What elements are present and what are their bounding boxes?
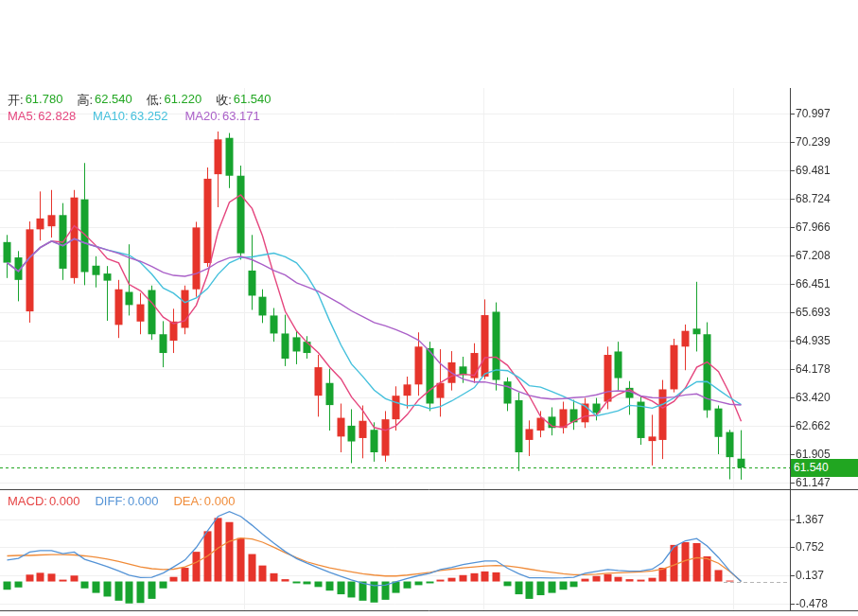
high-readout: 高: 62.540 (77, 92, 131, 109)
macd-label: MACD: (8, 494, 47, 508)
main-y-tick: 64.935 (796, 334, 831, 347)
main-y-tick: 61.147 (796, 476, 831, 489)
dea-value-readout: DEA: 0.000 (173, 494, 235, 508)
macd-y-tick: 1.367 (796, 513, 824, 526)
main-y-tick: 66.451 (796, 277, 831, 290)
close-label: 收: (216, 92, 232, 109)
ma-readout: MA5: 62.828 MA10: 63.252 MA20: 63.171 (8, 109, 260, 123)
high-label: 高: (77, 92, 93, 109)
macd-y-tick: -0.478 (796, 597, 828, 610)
macd-value-readout: MACD: 0.000 (8, 494, 79, 508)
main-y-tick: 69.481 (796, 164, 831, 177)
open-value: 61.780 (26, 92, 63, 109)
ma20-readout: MA20: 63.171 (184, 109, 259, 123)
low-label: 低: (147, 92, 163, 109)
diff-label: DIFF: (95, 494, 126, 508)
ma5-value: 62.828 (38, 109, 76, 123)
main-y-tick: 62.662 (796, 419, 831, 432)
low-value: 61.220 (164, 92, 201, 109)
high-value: 62.540 (95, 92, 132, 109)
main-y-tick: 63.420 (796, 391, 831, 404)
main-y-tick: 70.997 (796, 107, 831, 120)
dea-label: DEA: (173, 494, 201, 508)
main-y-tick: 61.905 (796, 448, 831, 461)
ma20-label: MA20: (184, 109, 220, 123)
macd-readout: MACD: 0.000 DIFF: 0.000 DEA: 0.000 (8, 494, 235, 508)
ma10-value: 63.252 (131, 109, 168, 123)
ma10-readout: MA10: 63.252 (93, 109, 167, 123)
ma10-label: MA10: (93, 109, 129, 123)
main-y-tick: 68.724 (796, 192, 831, 205)
dea-value: 0.000 (204, 494, 236, 508)
main-y-tick: 67.966 (796, 220, 831, 234)
diff-value: 0.000 (128, 494, 159, 508)
main-y-tick: 65.693 (796, 306, 831, 319)
current-price-badge: 61.540 (791, 459, 858, 477)
ma20-value: 63.171 (222, 109, 260, 123)
main-y-tick: 70.239 (796, 135, 831, 149)
main-y-tick: 64.178 (796, 362, 831, 376)
diff-value-readout: DIFF: 0.000 (95, 494, 158, 508)
ma5-label: MA5: (8, 109, 36, 123)
close-value: 61.540 (234, 92, 271, 109)
macd-y-tick: 0.752 (796, 540, 824, 554)
open-label: 开: (8, 92, 24, 109)
open-readout: 开: 61.780 (8, 92, 62, 109)
kline-page: { "page": {"title": "K线图", "analysis_lin… (0, 0, 858, 616)
macd-value: 0.000 (49, 494, 80, 508)
macd-y-tick: 0.137 (796, 569, 824, 582)
ma5-readout: MA5: 62.828 (8, 109, 76, 123)
low-readout: 低: 61.220 (147, 92, 201, 109)
close-readout: 收: 61.540 (216, 92, 271, 109)
main-y-tick: 67.208 (796, 249, 831, 262)
ohlc-readout: 开: 61.780 高: 62.540 低: 61.220 收: 61.540 (8, 92, 271, 109)
